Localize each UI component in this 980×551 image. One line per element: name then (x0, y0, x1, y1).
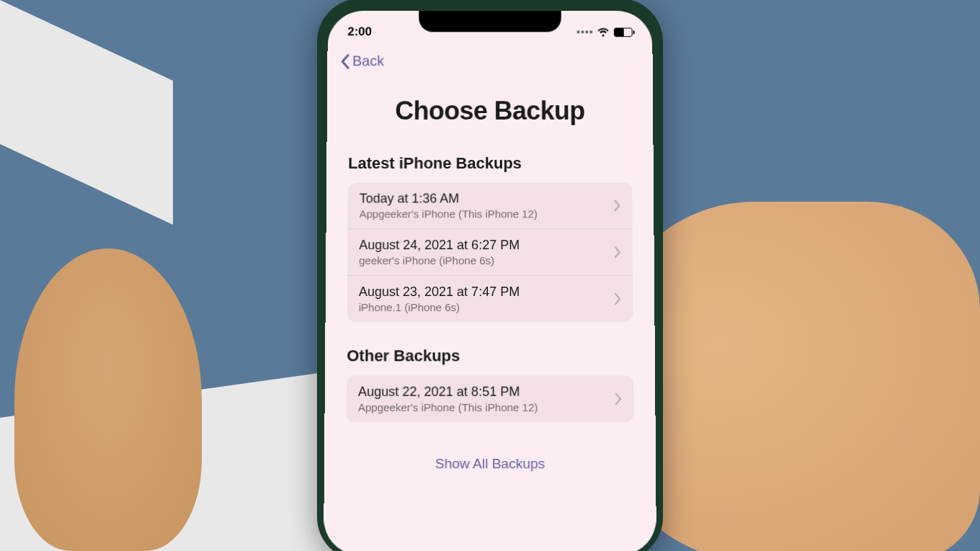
backup-item[interactable]: August 22, 2021 at 8:51 PM Appgeeker's i… (347, 375, 634, 422)
battery-icon (614, 27, 633, 37)
backup-subtitle: geeker's iPhone (iPhone 6s) (359, 254, 615, 266)
show-all-backups-button[interactable]: Show All Backups (346, 447, 634, 480)
section-header-latest: Latest iPhone Backups (348, 154, 632, 173)
cellular-icon (577, 30, 593, 33)
background-surface (0, 0, 173, 225)
chevron-right-icon (614, 200, 620, 211)
backup-item[interactable]: Today at 1:36 AM Appgeeker's iPhone (Thi… (347, 182, 632, 228)
back-button[interactable]: Back (340, 53, 384, 69)
other-backups-list: August 22, 2021 at 8:51 PM Appgeeker's i… (347, 375, 634, 422)
page-title: Choose Backup (348, 96, 631, 125)
nav-bar: Back (327, 43, 653, 79)
latest-backups-list: Today at 1:36 AM Appgeeker's iPhone (Thi… (347, 182, 633, 321)
screen: 2:00 Back Choose Bac (324, 11, 656, 551)
phone-device: 2:00 Back Choose Bac (317, 0, 663, 551)
hand-holding (14, 248, 202, 551)
backup-title: August 24, 2021 at 6:27 PM (359, 238, 615, 253)
status-indicators (577, 27, 633, 37)
status-time: 2:00 (347, 24, 372, 39)
backup-item[interactable]: August 24, 2021 at 6:27 PM geeker's iPho… (347, 228, 633, 275)
backup-title: August 22, 2021 at 8:51 PM (358, 384, 615, 399)
section-header-other: Other Backups (347, 346, 633, 365)
backup-subtitle: Appgeeker's iPhone (This iPhone 12) (358, 400, 615, 413)
content-area: Choose Backup Latest iPhone Backups Toda… (324, 96, 656, 480)
chevron-right-icon (615, 393, 622, 404)
notch (419, 11, 561, 32)
backup-subtitle: Appgeeker's iPhone (This iPhone 12) (360, 207, 615, 220)
wifi-icon (597, 27, 610, 37)
back-label: Back (352, 53, 384, 69)
backup-title: Today at 1:36 AM (360, 191, 615, 206)
chevron-right-icon (615, 293, 621, 305)
chevron-right-icon (615, 246, 621, 258)
backup-title: August 23, 2021 at 7:47 PM (359, 284, 615, 299)
chevron-left-icon (340, 53, 349, 69)
backup-subtitle: iPhone.1 (iPhone 6s) (359, 301, 615, 313)
backup-item[interactable]: August 23, 2021 at 7:47 PM iPhone.1 (iPh… (347, 275, 633, 322)
